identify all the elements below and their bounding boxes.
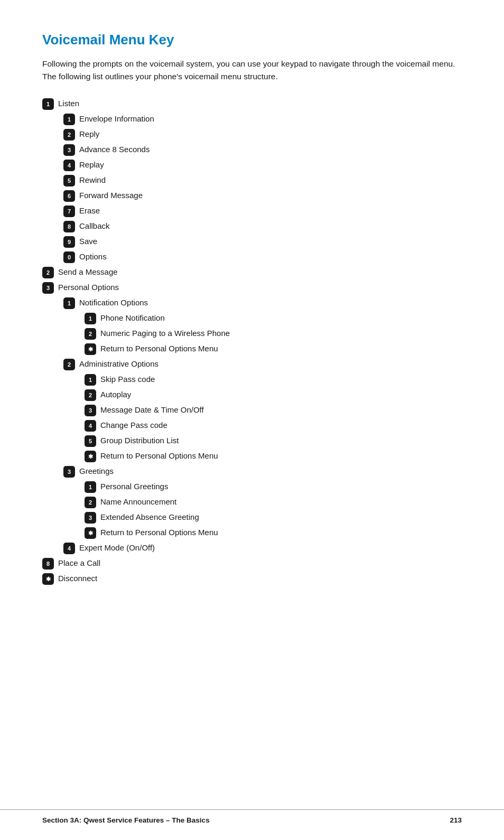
menu-item: 5Group Distribution List bbox=[85, 435, 462, 447]
key-badge: ✱ bbox=[85, 343, 96, 355]
key-badge: 2 bbox=[85, 389, 96, 401]
menu-item: 2Send a Message bbox=[42, 266, 462, 278]
key-badge: ✱ bbox=[85, 451, 96, 462]
voicemail-menu-list: 1Listen1Envelope Information2Reply3Advan… bbox=[42, 98, 462, 585]
menu-item-label: Notification Options bbox=[79, 297, 148, 309]
menu-item-label: Return to Personal Options Menu bbox=[100, 527, 218, 539]
menu-item-label: Envelope Information bbox=[79, 113, 154, 125]
menu-item: 1Personal Greetings bbox=[85, 481, 462, 493]
key-badge: 1 bbox=[85, 374, 96, 386]
menu-item-label: Listen bbox=[58, 98, 79, 110]
key-badge: 2 bbox=[63, 129, 75, 141]
key-badge: 2 bbox=[85, 328, 96, 340]
menu-item-label: Phone Notification bbox=[100, 312, 165, 324]
menu-item-label: Options bbox=[79, 251, 107, 263]
menu-item: 3Personal Options bbox=[42, 282, 462, 294]
menu-item: 1Listen bbox=[42, 98, 462, 110]
key-badge: 2 bbox=[42, 267, 54, 278]
key-badge: 8 bbox=[63, 221, 75, 232]
menu-item: 9Save bbox=[63, 236, 462, 248]
menu-item: 2Autoplay bbox=[85, 389, 462, 401]
menu-item-label: Extended Absence Greeting bbox=[100, 511, 199, 524]
key-badge: 3 bbox=[85, 405, 96, 416]
menu-item-label: Replay bbox=[79, 159, 104, 171]
key-badge: 6 bbox=[63, 190, 75, 202]
menu-item: 7Erase bbox=[63, 205, 462, 217]
menu-item: 2Name Announcement bbox=[85, 496, 462, 508]
menu-item-label: Personal Greetings bbox=[100, 481, 168, 493]
menu-item-label: Callback bbox=[79, 220, 110, 232]
menu-item: 1Envelope Information bbox=[63, 113, 462, 125]
menu-item: ✱Return to Personal Options Menu bbox=[85, 343, 462, 355]
key-badge: 7 bbox=[63, 206, 75, 217]
footer-right: 213 bbox=[450, 816, 462, 824]
menu-item: 1Phone Notification bbox=[85, 312, 462, 324]
key-badge: ✱ bbox=[85, 527, 96, 539]
menu-item-label: Personal Options bbox=[58, 282, 119, 294]
key-badge: 4 bbox=[63, 543, 75, 554]
key-badge: 1 bbox=[42, 98, 54, 110]
menu-item: 2Administrative Options bbox=[63, 358, 462, 370]
menu-item: 6Forward Message bbox=[63, 190, 462, 202]
page-container: Voicemail Menu Key Following the prompts… bbox=[0, 0, 504, 630]
key-badge: 5 bbox=[85, 435, 96, 447]
key-badge: 4 bbox=[85, 420, 96, 432]
menu-item: 2Reply bbox=[63, 128, 462, 141]
menu-item: 3Extended Absence Greeting bbox=[85, 511, 462, 524]
menu-item: 3Message Date & Time On/Off bbox=[85, 404, 462, 416]
key-badge: 2 bbox=[85, 497, 96, 508]
menu-item: 1Notification Options bbox=[63, 297, 462, 309]
key-badge: 3 bbox=[63, 466, 75, 478]
menu-item: 2Numeric Paging to a Wireless Phone bbox=[85, 328, 462, 340]
menu-item-label: Forward Message bbox=[79, 190, 143, 202]
menu-item-label: Autoplay bbox=[100, 389, 131, 401]
key-badge: 1 bbox=[63, 114, 75, 125]
menu-item-label: Erase bbox=[79, 205, 100, 217]
menu-item: 3Greetings bbox=[63, 465, 462, 478]
menu-item: 5Rewind bbox=[63, 174, 462, 186]
intro-paragraph: Following the prompts on the voicemail s… bbox=[42, 58, 462, 83]
key-badge: 2 bbox=[63, 359, 75, 370]
menu-item: 4Expert Mode (On/Off) bbox=[63, 542, 462, 554]
key-badge: 5 bbox=[63, 175, 75, 186]
menu-item-label: Return to Personal Options Menu bbox=[100, 343, 218, 355]
key-badge: 3 bbox=[42, 282, 54, 294]
menu-item-label: Return to Personal Options Menu bbox=[100, 450, 218, 462]
key-badge: 3 bbox=[85, 512, 96, 524]
key-badge: 1 bbox=[85, 313, 96, 324]
key-badge: 8 bbox=[42, 558, 54, 570]
footer-left: Section 3A: Qwest Service Features – The… bbox=[42, 816, 210, 824]
menu-item: 1Skip Pass code bbox=[85, 374, 462, 386]
menu-item-label: Expert Mode (On/Off) bbox=[79, 542, 155, 554]
menu-item-label: Message Date & Time On/Off bbox=[100, 404, 204, 416]
menu-item: ✱Return to Personal Options Menu bbox=[85, 527, 462, 539]
menu-item-label: Change Pass code bbox=[100, 419, 167, 432]
menu-item: 0Options bbox=[63, 251, 462, 263]
menu-item-label: Numeric Paging to a Wireless Phone bbox=[100, 328, 230, 340]
menu-item: 4Change Pass code bbox=[85, 419, 462, 432]
menu-item-label: Send a Message bbox=[58, 266, 118, 278]
key-badge: 1 bbox=[63, 297, 75, 309]
key-badge: ✱ bbox=[42, 573, 54, 585]
menu-item: ✱Return to Personal Options Menu bbox=[85, 450, 462, 462]
page-title: Voicemail Menu Key bbox=[42, 32, 462, 48]
menu-item-label: Save bbox=[79, 236, 97, 248]
key-badge: 0 bbox=[63, 251, 75, 263]
menu-item-label: Rewind bbox=[79, 174, 106, 186]
menu-item: 3Advance 8 Seconds bbox=[63, 144, 462, 156]
menu-item: 4Replay bbox=[63, 159, 462, 171]
page-footer: Section 3A: Qwest Service Features – The… bbox=[0, 809, 504, 824]
menu-item-label: Greetings bbox=[79, 465, 114, 478]
menu-item: 8Callback bbox=[63, 220, 462, 232]
key-badge: 1 bbox=[85, 481, 96, 493]
menu-item: 8Place a Call bbox=[42, 557, 462, 570]
key-badge: 4 bbox=[63, 160, 75, 171]
menu-item-label: Name Announcement bbox=[100, 496, 176, 508]
key-badge: 3 bbox=[63, 144, 75, 156]
key-badge: 9 bbox=[63, 236, 75, 248]
menu-item-label: Place a Call bbox=[58, 557, 100, 570]
menu-item-label: Reply bbox=[79, 128, 99, 141]
menu-item-label: Skip Pass code bbox=[100, 374, 155, 386]
menu-item: ✱Disconnect bbox=[42, 573, 462, 585]
menu-item-label: Advance 8 Seconds bbox=[79, 144, 150, 156]
